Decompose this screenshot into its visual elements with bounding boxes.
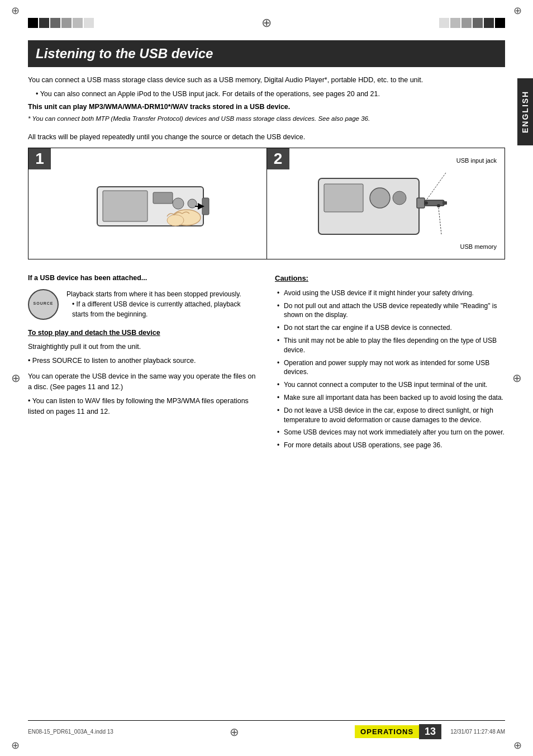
operate-para: You can operate the USB device in the sa… <box>28 371 258 393</box>
step-2-box: 2 <box>267 148 505 259</box>
page-number: 13 <box>419 724 441 739</box>
steps-diagram: 1 <box>28 148 505 259</box>
content-body: You can connect a USB mass storage class… <box>28 75 505 453</box>
usb-memory-label: USB memory <box>460 242 497 252</box>
squares-right <box>439 18 505 28</box>
svg-line-18 <box>439 208 441 234</box>
bottom-right-text: 12/31/07 11:27:48 AM <box>450 729 505 735</box>
caution-item-10: For more details about USB operations, s… <box>275 441 505 450</box>
all-tracks-line: All tracks will be played repeatedly unt… <box>28 132 505 143</box>
top-crosshair: ⊕ <box>261 16 272 30</box>
svg-point-17 <box>425 201 428 205</box>
svg-point-19 <box>437 204 440 207</box>
source-label: SOURCE <box>34 301 54 307</box>
step2-illustration <box>307 156 464 251</box>
reg-mark-top-right: ⊕ <box>513 4 522 17</box>
step1-illustration <box>75 156 220 251</box>
svg-line-16 <box>426 173 446 200</box>
right-column: Cautions: Avoid using the USB device if … <box>275 273 505 453</box>
stop-heading: To stop play and detach the USB device <box>28 328 258 338</box>
caution-item-2: Do not pull out and attach the USB devic… <box>275 301 505 320</box>
caution-item-8: Do not leave a USB device in the car, ex… <box>275 406 505 425</box>
page-title: Listening to the USB device <box>36 46 497 62</box>
reg-mark-bottom-right: ⊕ <box>513 739 522 752</box>
svg-rect-15 <box>442 201 447 205</box>
left-column: If a USB device has been attached... SOU… <box>28 273 258 453</box>
caution-item-3: Do not start the car engine if a USB dev… <box>275 323 505 333</box>
italic-note: * You can connect both MTP (Media Transf… <box>28 114 505 124</box>
step-1-box: 1 <box>28 148 267 259</box>
crosshair-left: ⊕ <box>11 371 21 385</box>
source-button-icon: SOURCE <box>28 289 59 320</box>
caution-item-5: Operation and power supply may not work … <box>275 358 505 377</box>
caution-item-9: Some USB devices may not work immediatel… <box>275 428 505 437</box>
cautions-list: Avoid using the USB device if it might h… <box>275 289 505 450</box>
step-2-number: 2 <box>267 148 289 169</box>
bottom-left-text: EN08-15_PDR61_003A_4.indd 13 <box>28 729 113 735</box>
top-decorative-bar: ⊕ <box>28 17 505 29</box>
intro-paragraph: You can connect a USB mass storage class… <box>28 75 505 86</box>
reg-mark-bottom-left: ⊕ <box>11 739 20 752</box>
page-title-box: Listening to the USB device <box>28 40 505 67</box>
bold-capability-line: This unit can play MP3/WMA/WMA-DRM10*/WA… <box>28 102 505 112</box>
operations-label: OPERATIONS <box>355 725 419 738</box>
svg-point-8 <box>167 215 184 226</box>
caution-item-1: Avoid using the USB device if it might h… <box>275 289 505 298</box>
crosshair-right: ⊕ <box>512 371 522 385</box>
operations-badge: OPERATIONS 13 <box>355 724 441 739</box>
svg-rect-2 <box>153 192 173 204</box>
if-attached-heading: If a USB device has been attached... <box>28 273 258 284</box>
two-column-section: If a USB device has been attached... SOU… <box>28 273 505 453</box>
svg-rect-10 <box>324 184 363 212</box>
reg-mark-top-left: ⊕ <box>11 4 20 17</box>
caution-item-7: Make sure all important data has been ba… <box>275 393 505 403</box>
caution-item-4: This unit may not be able to play the fi… <box>275 336 505 355</box>
wav-bullet: • You can listen to WAV files by followi… <box>28 396 258 417</box>
playback-text: Playback starts from where it has been s… <box>66 289 258 319</box>
svg-point-12 <box>393 191 406 205</box>
bottom-crosshair: ⊕ <box>230 725 239 739</box>
usb-input-jack-label: USB input jack <box>456 156 497 166</box>
svg-point-11 <box>370 188 390 208</box>
ipod-bullet: • You can also connect an Apple iPod to … <box>36 89 505 100</box>
svg-rect-13 <box>417 198 425 208</box>
source-icon-row: SOURCE Playback starts from where it has… <box>28 289 258 320</box>
svg-point-3 <box>173 198 184 209</box>
cautions-heading: Cautions: <box>275 273 505 284</box>
step-1-number: 1 <box>28 148 51 169</box>
bottom-bar: EN08-15_PDR61_003A_4.indd 13 ⊕ OPERATION… <box>28 720 505 739</box>
side-language-label: ENGLISH <box>517 78 533 145</box>
caution-item-6: You cannot connect a computer to the USB… <box>275 380 505 390</box>
stop-bullet: • Press SOURCE to listen to another play… <box>28 356 258 366</box>
svg-rect-5 <box>202 198 209 215</box>
stop-line1: Straightightly pull it out from the unit… <box>28 342 258 352</box>
squares-left <box>28 18 94 28</box>
svg-rect-1 <box>103 191 147 221</box>
